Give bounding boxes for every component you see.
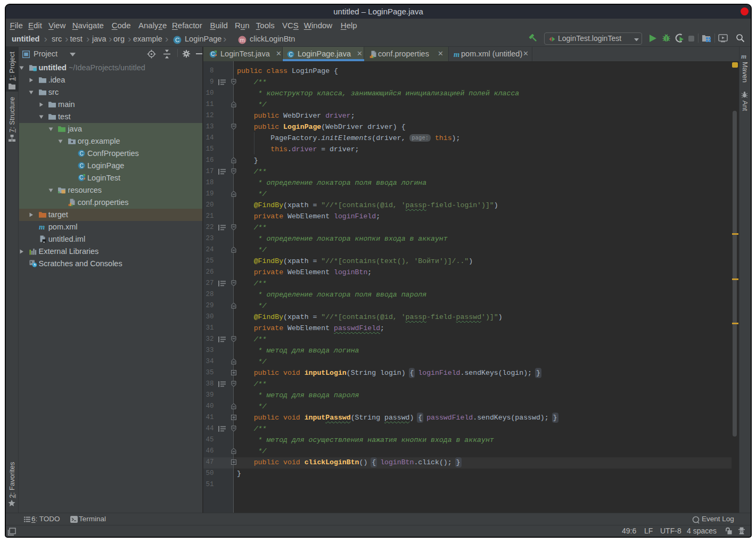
svg-text:m: m	[741, 52, 746, 60]
svg-text:C: C	[79, 150, 83, 156]
svg-text:m: m	[454, 51, 459, 58]
svg-text:C: C	[289, 52, 292, 58]
svg-text:C: C	[79, 175, 83, 180]
svg-text:C: C	[79, 162, 83, 168]
svg-text:m: m	[240, 37, 245, 43]
svg-text:C: C	[175, 37, 179, 43]
svg-text:m: m	[39, 223, 45, 231]
svg-text:C: C	[211, 51, 215, 57]
